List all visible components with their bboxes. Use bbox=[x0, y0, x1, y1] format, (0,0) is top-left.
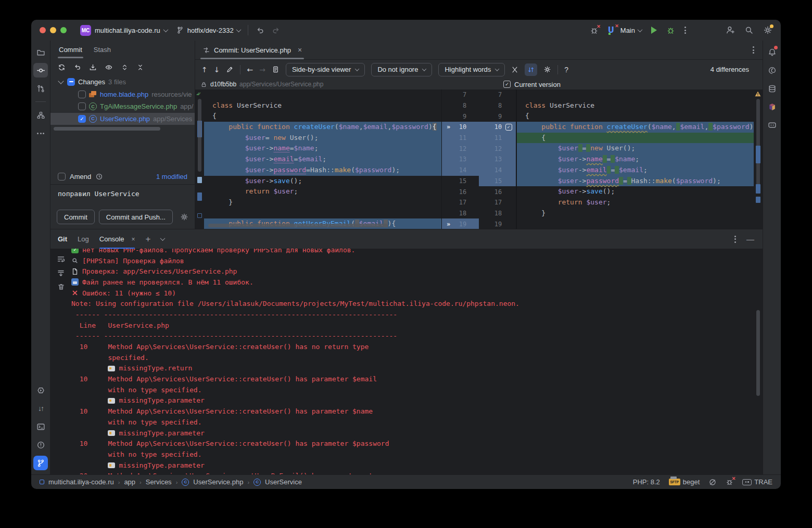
search-everywhere-button[interactable] bbox=[744, 25, 754, 35]
version-control-update-button[interactable]: ↓↑ bbox=[33, 401, 48, 416]
commit-message-input[interactable]: поправил UserService bbox=[50, 184, 195, 205]
ai-assistant-button[interactable] bbox=[765, 63, 779, 78]
breadcrumb-item[interactable]: multichat.iliya-code.ru bbox=[48, 478, 114, 486]
diff-settings-gear-icon[interactable] bbox=[543, 66, 551, 73]
synchronize-scrolling-button[interactable] bbox=[525, 63, 537, 76]
commit-button[interactable]: Commit bbox=[57, 210, 95, 224]
compare-file-menu-button[interactable] bbox=[272, 66, 280, 73]
right-diff-marker-strip[interactable] bbox=[754, 89, 763, 229]
vcs-branch-widget[interactable]: hotfix/dev-2332 bbox=[176, 26, 240, 34]
apply-change-chevron-icon[interactable]: » bbox=[447, 123, 449, 131]
editor-tab-active[interactable]: Commit: UserService.php × bbox=[202, 41, 304, 59]
next-change-button[interactable]: ↓ bbox=[214, 66, 220, 74]
viewer-mode-dropdown[interactable]: Side-by-side viewer bbox=[286, 63, 365, 76]
breadcrumb-item[interactable]: UserService bbox=[265, 478, 302, 486]
close-window-button[interactable] bbox=[40, 27, 46, 33]
shelve-button[interactable] bbox=[89, 63, 97, 71]
plugin-package-icon[interactable] bbox=[765, 99, 779, 114]
breadcrumb-item[interactable]: UserService.php bbox=[193, 478, 243, 486]
console-output[interactable]: ✓нет новых PHP-файлов. Пропускаем провер… bbox=[71, 249, 763, 474]
file-checkbox[interactable] bbox=[78, 91, 86, 98]
run-configuration-selector[interactable]: U✕ Main bbox=[608, 25, 642, 35]
database-tool-button[interactable] bbox=[765, 81, 779, 96]
amend-checkbox[interactable] bbox=[58, 173, 66, 181]
collapse-unchanged-button[interactable] bbox=[511, 66, 518, 73]
fullscreen-window-button[interactable] bbox=[60, 27, 67, 33]
clear-console-button[interactable] bbox=[57, 283, 65, 291]
commit-tool-button[interactable] bbox=[33, 63, 48, 78]
notifications-button[interactable] bbox=[765, 45, 779, 59]
tool-window-options-menu[interactable] bbox=[734, 236, 736, 243]
previous-change-button[interactable]: ↑ bbox=[201, 66, 208, 74]
refresh-changes-button[interactable] bbox=[58, 63, 66, 71]
terminal-tool-button[interactable] bbox=[33, 419, 48, 434]
php-version-widget[interactable]: PHP: 8.2 bbox=[633, 478, 660, 486]
edit-source-button[interactable] bbox=[226, 66, 234, 73]
commit-options-gear-icon[interactable] bbox=[180, 213, 188, 221]
git-tool-button-active[interactable] bbox=[33, 456, 48, 470]
debugger-disabled-icon[interactable]: ✕ bbox=[726, 478, 733, 486]
file-checkbox[interactable] bbox=[78, 102, 86, 110]
changes-checkbox-indeterminate[interactable] bbox=[67, 78, 75, 86]
project-tool-button[interactable] bbox=[33, 45, 48, 59]
diff-pane-left[interactable]: class UserService{ public function creat… bbox=[204, 89, 441, 229]
current-version-checkbox[interactable]: ✓ bbox=[503, 81, 511, 88]
diff-horizontal-scrollbar[interactable] bbox=[208, 224, 388, 227]
breadcrumb-item[interactable]: Services bbox=[146, 478, 172, 486]
tree-horizontal-scrollbar[interactable] bbox=[54, 127, 160, 131]
minimize-window-button[interactable] bbox=[50, 27, 56, 33]
more-tool-windows-button[interactable] bbox=[33, 126, 48, 140]
new-tab-button[interactable]: + bbox=[145, 234, 150, 244]
whitespace-dropdown[interactable]: Do not ignore bbox=[371, 63, 432, 76]
trae-tool-button[interactable] bbox=[765, 118, 779, 132]
code-with-me-button[interactable] bbox=[726, 25, 735, 35]
services-tool-button[interactable] bbox=[33, 383, 48, 397]
close-tab-icon[interactable]: × bbox=[131, 236, 135, 243]
settings-button[interactable] bbox=[763, 25, 772, 35]
breadcrumb-item[interactable]: app bbox=[124, 478, 135, 486]
expand-all-button[interactable] bbox=[121, 63, 129, 71]
debug-button[interactable] bbox=[666, 26, 675, 35]
console-scrollbar[interactable] bbox=[756, 310, 760, 396]
highlight-mode-dropdown[interactable]: Highlight words bbox=[438, 63, 505, 76]
commit-and-push-button[interactable]: Commit and Push... bbox=[99, 210, 173, 224]
tab-stash[interactable]: Stash bbox=[94, 41, 111, 58]
minimize-tool-window-button[interactable]: — bbox=[746, 235, 754, 243]
modified-files-link[interactable]: 1 modified bbox=[156, 173, 187, 181]
changed-file-row[interactable]: home.blade.php resources/vie bbox=[50, 88, 195, 101]
changed-file-row-selected[interactable]: C UserService.php app/Services bbox=[50, 113, 195, 125]
rollback-button[interactable] bbox=[73, 63, 81, 71]
left-diff-marker-strip[interactable]: ✓✓ bbox=[195, 89, 204, 229]
tab-console[interactable]: Console × bbox=[99, 229, 135, 249]
pull-requests-tool-button[interactable] bbox=[33, 81, 48, 96]
help-button[interactable]: ? bbox=[564, 66, 568, 74]
undo-button[interactable] bbox=[256, 26, 264, 35]
commit-history-icon[interactable] bbox=[95, 173, 103, 181]
trae-status-widget[interactable]: TRAE bbox=[742, 478, 772, 486]
changed-file-row[interactable]: C TgAiMessageService.php app/ bbox=[50, 100, 195, 113]
file-checkbox[interactable] bbox=[78, 115, 86, 123]
current-version-toggle[interactable]: ✓ Current version bbox=[503, 81, 561, 88]
collapse-all-button[interactable] bbox=[136, 63, 144, 71]
more-actions-menu[interactable] bbox=[684, 27, 686, 34]
tab-commit[interactable]: Commit bbox=[59, 41, 82, 58]
profiler-disabled-icon[interactable]: ✕ bbox=[590, 26, 599, 35]
forward-button[interactable]: → bbox=[259, 66, 265, 74]
run-button[interactable] bbox=[651, 27, 657, 34]
changes-root-row[interactable]: Changes 3 files bbox=[50, 76, 195, 88]
close-tab-icon[interactable]: × bbox=[298, 46, 302, 54]
apply-change-chevron-icon[interactable]: » bbox=[447, 221, 449, 228]
soft-wrap-button[interactable] bbox=[57, 255, 65, 263]
diff-pane-right[interactable]: class UserService{ public function creat… bbox=[516, 89, 754, 229]
include-change-checkbox[interactable]: ✓ bbox=[505, 124, 512, 131]
back-button[interactable]: ← bbox=[247, 66, 253, 74]
problems-tool-button[interactable] bbox=[33, 437, 48, 452]
highlighting-disabled-icon[interactable] bbox=[708, 478, 717, 486]
tab-log[interactable]: Log bbox=[78, 229, 89, 249]
editor-tab-options-menu[interactable] bbox=[753, 46, 763, 54]
scroll-to-end-button[interactable] bbox=[57, 269, 65, 277]
structure-tool-button[interactable] bbox=[33, 108, 48, 122]
chevron-down-icon[interactable] bbox=[160, 236, 166, 241]
preview-diff-button[interactable] bbox=[105, 63, 113, 71]
project-widget[interactable]: MC multichat.iliya-code.ru bbox=[80, 25, 168, 36]
